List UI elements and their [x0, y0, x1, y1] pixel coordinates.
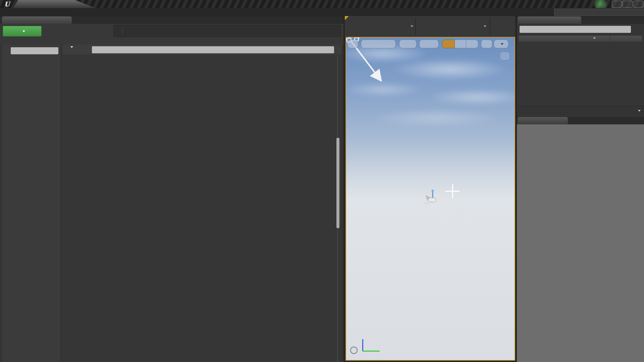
world-coordinate-button[interactable] — [481, 40, 492, 48]
tab-details[interactable] — [518, 117, 568, 124]
help-search-input[interactable] — [556, 10, 644, 15]
outliner-footer — [517, 106, 644, 115]
asset-panel — [62, 45, 341, 362]
player-start-marker[interactable] — [423, 189, 438, 206]
details-panel — [517, 117, 644, 362]
level-editor-toolbar — [345, 16, 515, 37]
path-bar — [113, 25, 341, 37]
unreal-logo-icon: U — [1, 0, 13, 8]
menu-edit[interactable] — [10, 8, 19, 16]
menu-help[interactable] — [31, 8, 39, 16]
outliner-search-input[interactable] — [521, 27, 629, 32]
title-bar: U — [0, 0, 644, 8]
search-files-input[interactable] — [94, 47, 332, 53]
menu-window[interactable] — [20, 8, 29, 16]
viewport-overflow-button[interactable] — [500, 52, 510, 60]
viewport-options-button[interactable] — [347, 40, 358, 48]
crosshair — [445, 184, 460, 198]
source-control-caret[interactable] — [411, 25, 413, 27]
sources-panel — [2, 45, 60, 362]
tab-content-browser[interactable] — [2, 16, 72, 24]
outliner-search-box[interactable] — [520, 26, 631, 33]
perspective-button[interactable] — [361, 40, 396, 48]
save-all-button[interactable] — [76, 26, 78, 36]
show-button[interactable] — [419, 40, 439, 48]
add-new-button[interactable] — [3, 26, 42, 37]
scrollbar[interactable] — [336, 55, 340, 362]
viewport-toolbar — [346, 38, 515, 50]
sort-ascending-icon — [593, 37, 596, 39]
outliner-view-options-button[interactable] — [635, 110, 641, 112]
document-tab[interactable] — [13, 0, 96, 8]
menu-file[interactable] — [0, 8, 9, 16]
level-viewport[interactable] — [345, 37, 515, 361]
help-button[interactable] — [350, 347, 358, 354]
import-button[interactable] — [45, 26, 47, 36]
filters-button[interactable] — [68, 46, 73, 48]
world-outliner-tabstrip — [517, 16, 644, 24]
save-button[interactable] — [350, 17, 375, 37]
menu-bar — [0, 8, 644, 16]
move-tool-button[interactable] — [442, 40, 455, 48]
search-folders-input[interactable] — [12, 48, 57, 54]
axis-gizmo — [356, 335, 392, 355]
scrollbar-thumb[interactable] — [336, 138, 339, 228]
details-body — [517, 124, 644, 362]
help-search-box[interactable] — [554, 9, 644, 16]
world-outliner-panel — [517, 16, 644, 117]
minimize-button[interactable] — [612, 1, 622, 8]
content-browser-tabstrip — [0, 16, 343, 24]
unreal-editor-window: U — [0, 0, 644, 362]
surface-snapping-button[interactable] — [494, 40, 508, 48]
content-browser-panel — [0, 16, 343, 362]
search-files-box[interactable] — [92, 46, 334, 53]
rotate-tool-button[interactable] — [455, 40, 466, 48]
lit-mode-button[interactable] — [399, 40, 417, 48]
settings-button[interactable] — [460, 17, 485, 37]
source-control-button[interactable] — [373, 17, 409, 37]
search-folders-box[interactable] — [11, 47, 58, 54]
tab-world-outliner[interactable] — [518, 16, 581, 24]
asset-grid — [62, 55, 341, 362]
scale-tool-button[interactable] — [466, 40, 478, 48]
content-browser-toolbar — [0, 24, 343, 45]
settings-caret[interactable] — [484, 25, 486, 27]
filters-bar — [62, 45, 341, 55]
marketplace-button[interactable] — [429, 17, 462, 37]
maximize-button[interactable] — [623, 1, 633, 8]
outliner-header — [518, 35, 643, 42]
close-button[interactable] — [633, 1, 643, 8]
toolbar-corner — [345, 16, 349, 20]
